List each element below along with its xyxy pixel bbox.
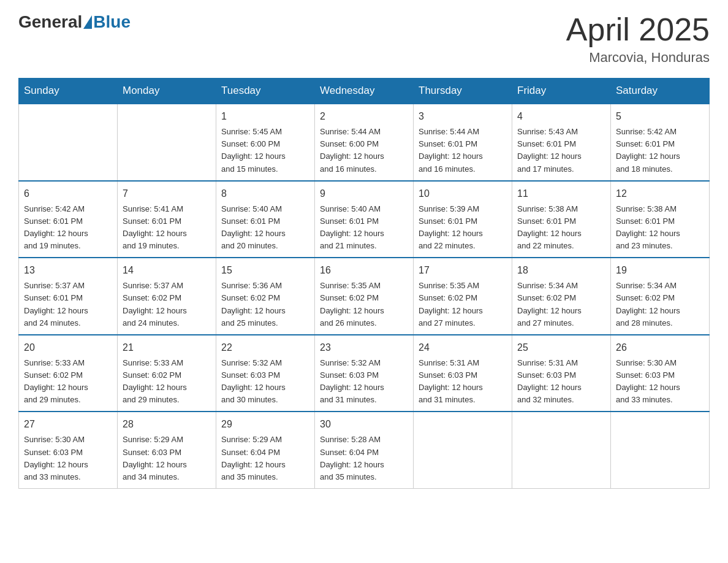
day-info: Sunrise: 5:33 AM Sunset: 6:02 PM Dayligh… [123,357,211,407]
calendar-cell: 18Sunrise: 5:34 AM Sunset: 6:02 PM Dayli… [512,258,611,335]
day-number: 23 [320,340,408,355]
calendar-cell: 8Sunrise: 5:40 AM Sunset: 6:01 PM Daylig… [216,181,315,258]
header-sunday: Sunday [19,79,118,104]
week-row-3: 13Sunrise: 5:37 AM Sunset: 6:01 PM Dayli… [19,258,710,335]
calendar-cell: 9Sunrise: 5:40 AM Sunset: 6:01 PM Daylig… [315,181,414,258]
calendar-cell: 14Sunrise: 5:37 AM Sunset: 6:02 PM Dayli… [118,258,216,335]
day-number: 14 [123,263,211,278]
calendar-cell: 4Sunrise: 5:43 AM Sunset: 6:01 PM Daylig… [512,104,611,181]
day-number: 8 [221,186,309,201]
calendar-cell: 23Sunrise: 5:32 AM Sunset: 6:03 PM Dayli… [315,335,414,412]
day-info: Sunrise: 5:42 AM Sunset: 6:01 PM Dayligh… [616,126,704,175]
day-info: Sunrise: 5:44 AM Sunset: 6:00 PM Dayligh… [320,126,408,175]
calendar-cell [512,412,611,488]
day-number: 3 [419,109,507,124]
day-info: Sunrise: 5:41 AM Sunset: 6:01 PM Dayligh… [123,203,211,253]
day-number: 30 [320,417,408,432]
day-info: Sunrise: 5:32 AM Sunset: 6:03 PM Dayligh… [320,357,408,407]
calendar-cell: 2Sunrise: 5:44 AM Sunset: 6:00 PM Daylig… [315,104,414,181]
calendar-cell: 27Sunrise: 5:30 AM Sunset: 6:03 PM Dayli… [19,412,118,488]
day-info: Sunrise: 5:34 AM Sunset: 6:02 PM Dayligh… [517,280,605,329]
calendar-cell [118,104,216,181]
calendar-cell: 16Sunrise: 5:35 AM Sunset: 6:02 PM Dayli… [315,258,414,335]
day-info: Sunrise: 5:30 AM Sunset: 6:03 PM Dayligh… [24,434,112,483]
calendar-cell: 1Sunrise: 5:45 AM Sunset: 6:00 PM Daylig… [216,104,315,181]
day-number: 26 [616,340,704,355]
calendar-title: April 2025 [566,12,710,47]
week-row-5: 27Sunrise: 5:30 AM Sunset: 6:03 PM Dayli… [19,412,710,488]
day-number: 18 [517,263,605,278]
header-saturday: Saturday [611,79,710,104]
calendar-cell: 26Sunrise: 5:30 AM Sunset: 6:03 PM Dayli… [611,335,710,412]
week-row-2: 6Sunrise: 5:42 AM Sunset: 6:01 PM Daylig… [19,181,710,258]
day-number: 1 [221,109,309,124]
day-info: Sunrise: 5:38 AM Sunset: 6:01 PM Dayligh… [616,203,704,253]
page-header: General Blue April 2025 Marcovia, Hondur… [18,12,710,66]
day-info: Sunrise: 5:37 AM Sunset: 6:01 PM Dayligh… [24,280,112,329]
day-info: Sunrise: 5:28 AM Sunset: 6:04 PM Dayligh… [320,434,408,483]
day-info: Sunrise: 5:40 AM Sunset: 6:01 PM Dayligh… [221,203,309,253]
calendar-cell: 25Sunrise: 5:31 AM Sunset: 6:03 PM Dayli… [512,335,611,412]
day-info: Sunrise: 5:45 AM Sunset: 6:00 PM Dayligh… [221,126,309,175]
day-number: 28 [123,417,211,432]
day-info: Sunrise: 5:36 AM Sunset: 6:02 PM Dayligh… [221,280,309,329]
day-number: 10 [419,186,507,201]
header-friday: Friday [512,79,611,104]
logo: General Blue [18,12,131,32]
calendar-cell: 3Sunrise: 5:44 AM Sunset: 6:01 PM Daylig… [414,104,512,181]
calendar-cell: 12Sunrise: 5:38 AM Sunset: 6:01 PM Dayli… [611,181,710,258]
day-info: Sunrise: 5:34 AM Sunset: 6:02 PM Dayligh… [616,280,704,329]
day-info: Sunrise: 5:29 AM Sunset: 6:03 PM Dayligh… [123,434,211,483]
day-number: 2 [320,109,408,124]
header-tuesday: Tuesday [216,79,315,104]
calendar-cell: 21Sunrise: 5:33 AM Sunset: 6:02 PM Dayli… [118,335,216,412]
week-row-1: 1Sunrise: 5:45 AM Sunset: 6:00 PM Daylig… [19,104,710,181]
day-number: 7 [123,186,211,201]
day-number: 4 [517,109,605,124]
calendar-cell: 17Sunrise: 5:35 AM Sunset: 6:02 PM Dayli… [414,258,512,335]
day-info: Sunrise: 5:35 AM Sunset: 6:02 PM Dayligh… [419,280,507,329]
calendar-cell [414,412,512,488]
day-number: 15 [221,263,309,278]
day-number: 29 [221,417,309,432]
calendar-cell: 10Sunrise: 5:39 AM Sunset: 6:01 PM Dayli… [414,181,512,258]
calendar-header-row: SundayMondayTuesdayWednesdayThursdayFrid… [19,79,710,104]
day-number: 25 [517,340,605,355]
day-info: Sunrise: 5:42 AM Sunset: 6:01 PM Dayligh… [24,203,112,253]
day-number: 16 [320,263,408,278]
calendar-cell: 7Sunrise: 5:41 AM Sunset: 6:01 PM Daylig… [118,181,216,258]
calendar-cell: 28Sunrise: 5:29 AM Sunset: 6:03 PM Dayli… [118,412,216,488]
logo-area: General Blue [18,12,131,32]
day-number: 20 [24,340,112,355]
day-number: 5 [616,109,704,124]
calendar-cell: 15Sunrise: 5:36 AM Sunset: 6:02 PM Dayli… [216,258,315,335]
calendar-subtitle: Marcovia, Honduras [566,50,710,66]
day-info: Sunrise: 5:44 AM Sunset: 6:01 PM Dayligh… [419,126,507,175]
day-number: 24 [419,340,507,355]
calendar-cell: 24Sunrise: 5:31 AM Sunset: 6:03 PM Dayli… [414,335,512,412]
calendar-cell: 20Sunrise: 5:33 AM Sunset: 6:02 PM Dayli… [19,335,118,412]
day-info: Sunrise: 5:39 AM Sunset: 6:01 PM Dayligh… [419,203,507,253]
logo-general-text: General [18,12,82,32]
logo-triangle-icon [83,15,92,29]
day-number: 9 [320,186,408,201]
title-area: April 2025 Marcovia, Honduras [566,12,710,66]
logo-blue-text: Blue [93,12,131,32]
header-wednesday: Wednesday [315,79,414,104]
day-number: 13 [24,263,112,278]
day-info: Sunrise: 5:38 AM Sunset: 6:01 PM Dayligh… [517,203,605,253]
calendar-table: SundayMondayTuesdayWednesdayThursdayFrid… [18,78,710,489]
day-number: 19 [616,263,704,278]
day-info: Sunrise: 5:31 AM Sunset: 6:03 PM Dayligh… [517,357,605,407]
calendar-cell: 19Sunrise: 5:34 AM Sunset: 6:02 PM Dayli… [611,258,710,335]
calendar-cell: 11Sunrise: 5:38 AM Sunset: 6:01 PM Dayli… [512,181,611,258]
day-info: Sunrise: 5:33 AM Sunset: 6:02 PM Dayligh… [24,357,112,407]
calendar-cell: 6Sunrise: 5:42 AM Sunset: 6:01 PM Daylig… [19,181,118,258]
day-number: 17 [419,263,507,278]
day-info: Sunrise: 5:37 AM Sunset: 6:02 PM Dayligh… [123,280,211,329]
day-info: Sunrise: 5:29 AM Sunset: 6:04 PM Dayligh… [221,434,309,483]
calendar-cell: 29Sunrise: 5:29 AM Sunset: 6:04 PM Dayli… [216,412,315,488]
header-monday: Monday [118,79,216,104]
day-info: Sunrise: 5:30 AM Sunset: 6:03 PM Dayligh… [616,357,704,407]
header-thursday: Thursday [414,79,512,104]
